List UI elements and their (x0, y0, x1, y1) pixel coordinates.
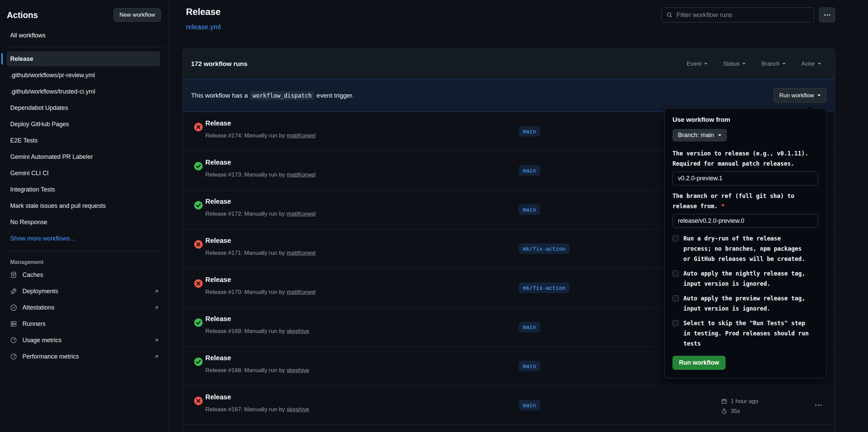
check-circle-icon (194, 318, 203, 327)
run-meta: 1 hour ago35s (721, 398, 758, 415)
sidebar-item-caches[interactable]: Caches (0, 267, 169, 283)
branch-selector-dropdown[interactable]: Branch: main (673, 129, 727, 142)
sidebar-item-usage-metrics[interactable]: Usage metrics (0, 332, 169, 348)
sidebar-item-github-workflows-pr-review-yml[interactable]: .github/workflows/pr-review.yml (0, 67, 169, 83)
run-title-link[interactable]: Release (205, 276, 231, 284)
popup-checkbox-list: Run a dry-run of the release process; no… (673, 233, 818, 349)
checkbox[interactable] (673, 270, 679, 277)
chevron-down-icon (782, 63, 786, 66)
popup-checkbox-row-3[interactable]: Auto apply the preview release tag, inpu… (673, 293, 818, 314)
branch-badge[interactable]: main (519, 204, 540, 215)
run-workflow-popup: Use workflow from Branch: main The versi… (664, 108, 827, 378)
run-title-link[interactable]: Release (205, 159, 231, 166)
management-item-label: Runners (22, 320, 46, 328)
runs-list-header: 172 workflow runs EventStatusBranchActor (183, 49, 835, 79)
meter-icon (10, 353, 17, 360)
sidebar-item-deployments[interactable]: Deployments (0, 283, 169, 299)
branch-badge[interactable]: main (519, 126, 540, 137)
calendar-icon (721, 398, 727, 404)
workflow-dispatch-code: workflow_dispatch (250, 91, 314, 100)
check-circle-icon (194, 358, 203, 366)
sidebar-header: Actions New workflow (0, 0, 169, 22)
checkbox[interactable] (673, 235, 679, 242)
actor-link[interactable]: skeshive (287, 367, 309, 373)
sidebar-item-release[interactable]: Release (7, 51, 160, 66)
sidebar-item-attestations[interactable]: Attestations (0, 299, 169, 316)
x-circle-icon (194, 279, 203, 288)
sidebar-item-e2e-tests[interactable]: E2E Tests (0, 132, 169, 149)
checkbox-label: Run a dry-run of the release process; no… (683, 233, 812, 264)
branch-badge[interactable]: main (519, 165, 540, 176)
arrow-up-right-icon (154, 288, 159, 294)
sidebar-item-integration-tests[interactable]: Integration Tests (0, 181, 169, 198)
actor-link[interactable]: skeshive (287, 328, 309, 334)
sidebar-item-performance-metrics[interactable]: Performance metrics (0, 348, 169, 365)
actor-link[interactable]: skeshive (287, 406, 309, 413)
run-title-link[interactable]: Release (205, 119, 231, 127)
branch-badge[interactable]: main (519, 322, 540, 332)
branch-badge[interactable]: mk/fix-action (519, 244, 569, 254)
runs-filters: EventStatusBranchActor (687, 61, 827, 67)
popup-checkbox-row-1[interactable]: Run a dry-run of the release process; no… (673, 233, 818, 264)
run-subtitle: Release #167: Manually run by skeshive (205, 406, 309, 413)
management-heading: Management (10, 259, 169, 265)
workflow-options-kebab-button[interactable] (819, 7, 835, 22)
run-workflow-submit-button[interactable]: Run workflow (673, 356, 726, 370)
meter-icon (10, 337, 17, 344)
actor-link[interactable]: mattKorwel (287, 211, 316, 217)
branch-badge[interactable]: main (519, 361, 540, 371)
run-title-link[interactable]: Release (205, 393, 231, 401)
run-title-link[interactable]: Release (205, 315, 231, 323)
sidebar-item-show-more-workflows[interactable]: Show more workflows... (0, 230, 169, 247)
run-subtitle: Release #170: Manually run by mattKorwel (205, 289, 316, 296)
management-item-label: Deployments (22, 288, 58, 295)
sidebar-item-gemini-automated-pr-labeler[interactable]: Gemini Automated PR Labeler (0, 149, 169, 165)
checkbox[interactable] (673, 320, 679, 326)
actor-link[interactable]: mattKorwel (287, 250, 316, 256)
ref-input[interactable] (673, 214, 818, 228)
sidebar-item-mark-stale-issues-and-pull-requests[interactable]: Mark stale issues and pull requests (0, 198, 169, 214)
run-title-link[interactable]: Release (205, 354, 231, 362)
run-subtitle: Release #171: Manually run by mattKorwel (205, 250, 316, 256)
sidebar-item-runners[interactable]: Runners (0, 316, 169, 332)
sidebar-divider (4, 47, 165, 47)
sidebar-item-deploy-github-pages[interactable]: Deploy GitHub Pages (0, 116, 169, 132)
management-item-label: Performance metrics (22, 353, 79, 360)
run-title-link[interactable]: Release (205, 198, 231, 205)
filter-status[interactable]: Status (723, 61, 746, 67)
search-input[interactable] (676, 11, 809, 19)
workflow-file-link[interactable]: release.yml (186, 23, 221, 31)
actions-sidebar: Actions New workflow All workflows Relea… (0, 0, 169, 432)
sidebar-item-all-workflows[interactable]: All workflows (4, 29, 165, 43)
branch-badge[interactable]: main (519, 400, 540, 411)
popup-checkbox-row-4[interactable]: Select to skip the "Run Tests" step in t… (673, 318, 818, 349)
filter-actor[interactable]: Actor (801, 61, 821, 67)
sidebar-item-dependabot-updates[interactable]: Dependabot Updates (0, 100, 169, 116)
filter-label: Status (723, 61, 739, 67)
check-circle-icon (194, 201, 203, 210)
filter-event[interactable]: Event (687, 61, 708, 67)
sidebar-item-no-response[interactable]: No Response (0, 214, 169, 230)
management-item-label: Attestations (22, 304, 54, 311)
filter-runs-searchbox[interactable] (661, 7, 814, 22)
run-workflow-dropdown-button[interactable]: Run workflow (773, 88, 827, 103)
actor-link[interactable]: mattKorwel (287, 132, 316, 139)
chevron-down-icon (742, 63, 746, 66)
run-options-kebab-button[interactable] (815, 401, 822, 409)
popup-checkbox-row-2[interactable]: Auto apply the nightly release tag, inpu… (673, 268, 818, 289)
arrow-up-right-icon (154, 305, 159, 311)
sidebar-item-gemini-cli-ci[interactable]: Gemini CLI CI (0, 165, 169, 181)
checkbox[interactable] (673, 295, 679, 301)
run-subtitle: Release #172: Manually run by mattKorwel (205, 211, 316, 217)
sidebar-item-github-workflows-trusted-ci-yml[interactable]: .github/workflows/trusted-ci.yml (0, 83, 169, 100)
filter-branch[interactable]: Branch (761, 61, 786, 67)
branch-badge[interactable]: mk/fix-action (519, 283, 569, 293)
actor-link[interactable]: mattKorwel (287, 171, 316, 178)
chevron-down-icon (704, 63, 708, 66)
server-icon (10, 320, 17, 327)
sidebar-title: Actions (7, 8, 38, 22)
new-workflow-button[interactable]: New workflow (114, 8, 161, 22)
version-input[interactable] (673, 171, 818, 185)
actor-link[interactable]: mattKorwel (287, 289, 316, 295)
run-title-link[interactable]: Release (205, 237, 231, 245)
